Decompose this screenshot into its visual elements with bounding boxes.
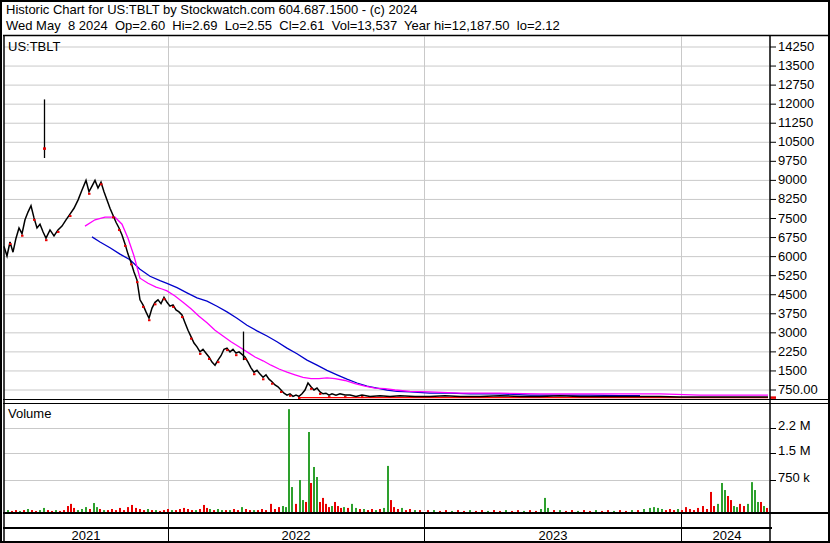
volume-bar: [93, 503, 95, 512]
volume-bar: [343, 507, 345, 512]
volume-panel-label: Volume: [8, 406, 51, 421]
year-label: 2021: [56, 530, 116, 542]
volume-bar: [523, 511, 525, 512]
volume-bar: [63, 510, 65, 512]
volume-bar: [736, 507, 738, 512]
volume-axis-label: 750 k: [778, 471, 810, 485]
volume-bar: [55, 510, 57, 512]
volume-bar: [445, 510, 447, 512]
ohlc-summary-line: Wed May 8 2024 Op=2.60 Hi=2.69 Lo=2.55 C…: [6, 18, 560, 33]
volume-bar: [601, 511, 603, 512]
volume-bar: [493, 510, 495, 512]
volume-bar: [363, 509, 365, 512]
volume-bar: [739, 504, 741, 512]
volume-bar: [299, 480, 301, 512]
year-label: 2024: [697, 530, 757, 542]
volume-bar: [559, 510, 561, 512]
volume-bar: [167, 509, 169, 512]
price-axis-label: 5250: [778, 269, 807, 283]
volume-bar: [241, 507, 243, 512]
volume-bar: [308, 432, 310, 512]
volume-bar: [328, 507, 330, 512]
volume-bar: [270, 504, 272, 512]
down-close-tick: [142, 306, 145, 308]
volume-bar: [355, 508, 357, 512]
volume-bar: [625, 511, 627, 512]
down-close-tick: [328, 396, 331, 398]
down-close-tick: [226, 349, 229, 351]
volume-bar: [43, 508, 45, 512]
volume-bar: [325, 504, 327, 512]
volume-bar: [51, 511, 53, 512]
volume-bar: [565, 511, 567, 512]
volume-bar: [103, 510, 105, 512]
volume-bar: [278, 507, 280, 512]
volume-bar: [233, 509, 235, 512]
down-close-tick: [124, 245, 127, 247]
volume-bar: [529, 510, 531, 512]
down-close-tick: [118, 229, 121, 231]
volume-bar: [85, 507, 87, 512]
down-close-tick: [310, 388, 313, 390]
down-close-tick: [88, 193, 91, 195]
down-close-tick: [136, 281, 139, 283]
volume-bar: [288, 409, 290, 512]
volume-bar: [673, 510, 675, 512]
volume-bar: [249, 510, 251, 512]
volume-bar: [637, 510, 639, 512]
volume-bar: [179, 509, 181, 512]
volume-bar: [115, 510, 117, 512]
volume-bar: [571, 510, 573, 512]
price-axis-label: 12750: [778, 78, 814, 92]
volume-bar: [727, 496, 729, 512]
volume-bar: [713, 506, 715, 512]
price-axis-label: 2250: [778, 345, 807, 359]
volume-bar: [487, 511, 489, 512]
price-axis-label: 7500: [778, 212, 807, 226]
volume-bar: [757, 502, 759, 512]
volume-bar: [414, 510, 416, 512]
down-close-tick: [112, 216, 115, 218]
volume-bar: [706, 509, 708, 512]
volume-bar: [111, 509, 113, 512]
volume-bar: [693, 510, 695, 512]
ma-fast-line: [85, 217, 768, 395]
volume-bar: [475, 511, 477, 512]
volume-bar: [367, 510, 369, 512]
volume-bar: [316, 477, 318, 512]
volume-bar: [107, 510, 109, 512]
volume-bar: [409, 509, 411, 512]
volume-bar: [763, 506, 765, 512]
volume-bar: [730, 500, 732, 512]
volume-bar: [19, 511, 21, 512]
volume-bar: [689, 509, 691, 512]
volume-bar: [229, 510, 231, 512]
volume-bar: [661, 509, 663, 512]
volume-bar: [724, 490, 726, 512]
volume-bar: [397, 509, 399, 512]
volume-bar: [393, 507, 395, 512]
price-axis-label: 8250: [778, 192, 807, 206]
down-close-tick: [9, 243, 12, 245]
volume-bar: [553, 510, 555, 512]
volume-bar: [463, 511, 465, 512]
down-close-tick: [262, 378, 265, 380]
down-close-tick: [148, 319, 151, 321]
volume-bar: [139, 509, 141, 512]
volume-bar: [31, 510, 33, 512]
volume-bar: [743, 506, 745, 512]
volume-bar: [143, 510, 145, 512]
price-axis-label: 750.00: [778, 383, 818, 397]
volume-bar: [340, 508, 342, 512]
volume-bar: [702, 506, 704, 512]
down-close-tick: [130, 263, 133, 265]
volume-bar: [253, 510, 255, 512]
volume-bar: [191, 510, 193, 512]
volume-bar: [99, 509, 101, 512]
price-axis-label: 3000: [778, 326, 807, 340]
volume-bar: [245, 509, 247, 512]
price-axis-label: 10500: [778, 135, 814, 149]
price-axis-label: 12000: [778, 97, 814, 111]
volume-bar: [305, 502, 307, 512]
volume-bar: [163, 510, 165, 512]
